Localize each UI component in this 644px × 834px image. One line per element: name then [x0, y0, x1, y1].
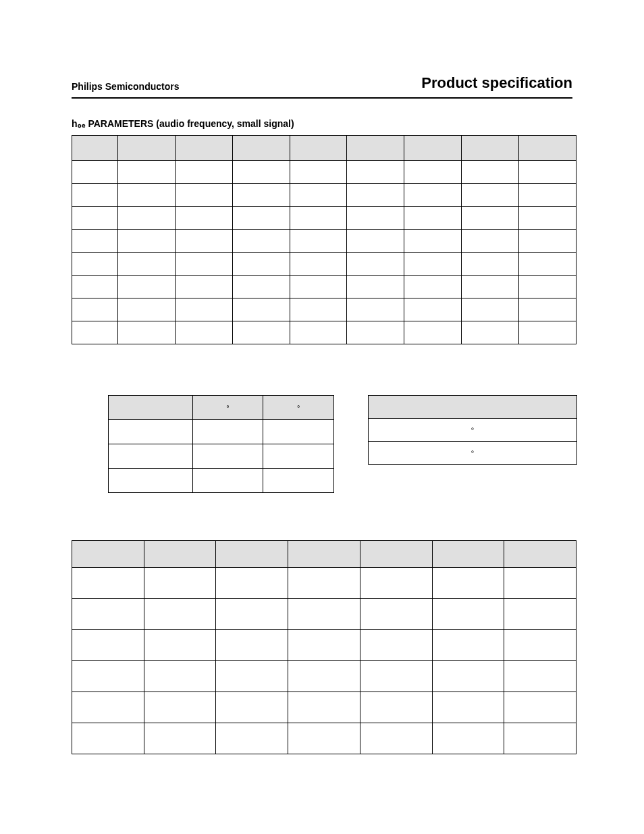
- table-cell: [232, 321, 290, 344]
- t4-h1: [144, 541, 216, 568]
- table-cell: [144, 661, 216, 692]
- table-cell: [117, 184, 175, 207]
- table-cell: [504, 661, 576, 692]
- table-cell: [519, 298, 576, 321]
- table-row: [72, 630, 576, 661]
- table-cell: [290, 184, 347, 207]
- parameters-table-4: [72, 540, 576, 754]
- table-header-row: [72, 136, 576, 161]
- table-cell: [288, 568, 360, 599]
- table-cell: [72, 599, 144, 630]
- table-cell: [175, 298, 232, 321]
- table-cell: [519, 184, 576, 207]
- table-cell: [432, 599, 504, 630]
- table-row: [72, 692, 576, 723]
- table-cell: [432, 661, 504, 692]
- table-cell: [117, 253, 175, 276]
- t1-h2: [175, 136, 232, 161]
- table-cell: [175, 207, 232, 230]
- table-cell: [504, 723, 576, 754]
- table-cell: [216, 630, 288, 661]
- table-cell: [175, 321, 232, 344]
- table-cell: [72, 298, 118, 321]
- table-row: [72, 599, 576, 630]
- table-cell: [360, 630, 432, 661]
- t2-h1: °: [192, 396, 263, 420]
- table-cell: [175, 184, 232, 207]
- table-cell: [347, 161, 404, 184]
- t1-h5: [347, 136, 404, 161]
- table-cell: [360, 661, 432, 692]
- table-cell: [72, 207, 118, 230]
- table-cell: [347, 276, 404, 298]
- table-cell: [216, 599, 288, 630]
- table-row: [72, 568, 576, 599]
- small-table-left: ° °: [108, 395, 334, 493]
- t2-h2: °: [263, 396, 334, 420]
- table-row: [72, 207, 576, 230]
- table-cell: [347, 230, 404, 253]
- table-cell: [72, 661, 144, 692]
- table-row: [72, 253, 576, 276]
- table-cell: [290, 230, 347, 253]
- table-cell: [72, 184, 118, 207]
- page-header: Philips Semiconductors Product specifica…: [72, 74, 572, 99]
- table-cell: [462, 276, 519, 298]
- table-cell: [72, 723, 144, 754]
- table-cell: °: [369, 419, 577, 442]
- table-row: [72, 298, 576, 321]
- table-cell: [462, 207, 519, 230]
- table-cell: [290, 207, 347, 230]
- table-cell: [144, 568, 216, 599]
- small-table-right: °°: [368, 395, 577, 465]
- table-cell: [232, 207, 290, 230]
- table-cell: [216, 568, 288, 599]
- t1-h0: [72, 136, 118, 161]
- table-cell: [216, 692, 288, 723]
- table-cell: [263, 420, 334, 444]
- table-cell: [519, 230, 576, 253]
- table-row: [109, 420, 334, 444]
- table-cell: [504, 692, 576, 723]
- table1-caption: hₒₑ PARAMETERS (audio frequency, small s…: [72, 118, 294, 129]
- table-cell: [72, 568, 144, 599]
- table-cell: [109, 469, 193, 493]
- table-cell: [519, 276, 576, 298]
- table-cell: [360, 692, 432, 723]
- table-cell: [462, 184, 519, 207]
- table-cell: [117, 161, 175, 184]
- table-row: [109, 469, 334, 493]
- table-cell: [232, 276, 290, 298]
- table-cell: [192, 444, 263, 469]
- table-row: [72, 723, 576, 754]
- table-row: [72, 230, 576, 253]
- table-row: [109, 444, 334, 469]
- table-header-row: [369, 396, 577, 419]
- t4-h5: [432, 541, 504, 568]
- table-cell: [263, 444, 334, 469]
- table-cell: [216, 723, 288, 754]
- table-cell: [216, 661, 288, 692]
- table-cell: [404, 321, 462, 344]
- table-cell: [144, 630, 216, 661]
- table-cell: [519, 253, 576, 276]
- t1-h7: [462, 136, 519, 161]
- table-cell: [109, 420, 193, 444]
- table-cell: [72, 161, 118, 184]
- table-cell: [404, 161, 462, 184]
- t1-h1: [117, 136, 175, 161]
- table-cell: [432, 723, 504, 754]
- table-row: [72, 276, 576, 298]
- table-cell: [290, 276, 347, 298]
- table-cell: [232, 298, 290, 321]
- table-cell: [462, 230, 519, 253]
- table-cell: [72, 692, 144, 723]
- table-cell: [288, 661, 360, 692]
- table-cell: [519, 161, 576, 184]
- header-left: Philips Semiconductors: [72, 81, 179, 92]
- table-cell: [290, 321, 347, 344]
- table-cell: [360, 599, 432, 630]
- table-header-row: [72, 541, 576, 568]
- table-cell: [117, 321, 175, 344]
- table-cell: [432, 692, 504, 723]
